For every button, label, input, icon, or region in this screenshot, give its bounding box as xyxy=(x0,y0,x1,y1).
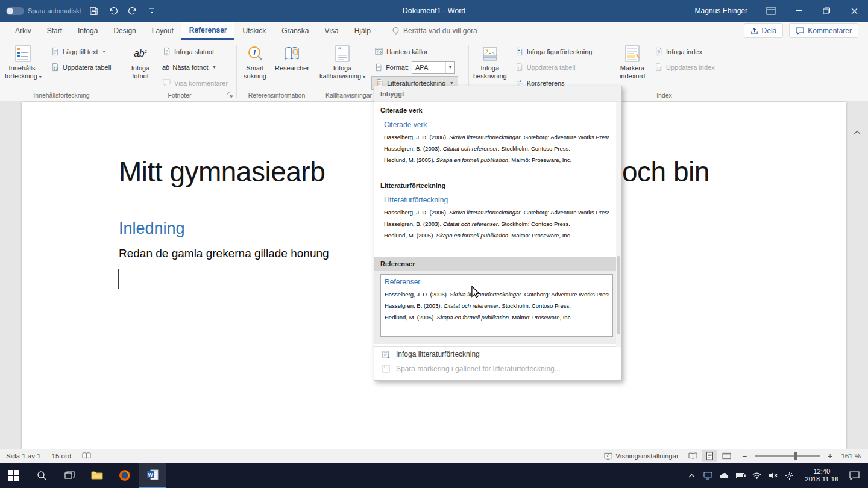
update-table-of-figures-button: Uppdatera tabell xyxy=(512,60,596,74)
web-layout-button[interactable] xyxy=(719,450,734,462)
task-view-button[interactable] xyxy=(55,463,83,488)
update-toc-button[interactable]: Uppdatera tabell xyxy=(48,60,115,74)
insert-footnote-button[interactable]: ab1 Infogafotnot xyxy=(124,42,157,80)
tab-arkiv[interactable]: Arkiv xyxy=(7,22,39,40)
minimize-button[interactable] xyxy=(785,0,813,22)
table-of-figures-icon xyxy=(515,47,524,56)
manage-sources-button[interactable]: Hantera källor xyxy=(371,45,458,58)
tray-chevron-up-icon[interactable] xyxy=(687,470,697,481)
footnote-ab-icon: ab xyxy=(162,64,169,71)
save-selection-icon xyxy=(382,364,391,374)
citation-style-select[interactable]: APA ▾ xyxy=(412,61,455,74)
share-button[interactable]: Dela xyxy=(744,23,784,38)
tray-network-pc-icon[interactable] xyxy=(703,470,714,481)
smart-lookup-button[interactable]: i Smartsökning xyxy=(239,42,271,80)
zoom-out-button[interactable]: − xyxy=(740,451,749,461)
ribbon-display-options-button[interactable] xyxy=(757,0,785,22)
word-count[interactable]: 15 ord xyxy=(52,452,72,460)
redo-button[interactable] xyxy=(126,4,139,17)
scrollbar-thumb[interactable] xyxy=(617,256,620,334)
tab-visa[interactable]: Visa xyxy=(317,22,347,40)
insert-endnote-icon xyxy=(162,47,171,56)
show-notes-button: Visa kommentarer xyxy=(159,76,231,90)
insert-endnote-button[interactable]: Infoga slutnot xyxy=(159,45,231,58)
close-button[interactable] xyxy=(840,0,868,22)
footnote-ab1-icon: ab1 xyxy=(134,45,147,63)
tray-settings-icon[interactable] xyxy=(784,470,795,481)
save-selection-menu-item: Spara markering i galleriet för litterat… xyxy=(374,361,621,376)
tray-battery-icon[interactable] xyxy=(735,470,746,481)
comments-button[interactable]: Kommentarer xyxy=(789,23,858,38)
autosave-switch-icon[interactable] xyxy=(6,7,24,15)
researcher-button[interactable]: Researcher xyxy=(272,42,312,72)
add-text-button[interactable]: Lägg till text xyxy=(48,45,115,58)
display-settings-button[interactable]: Visningsinställningar xyxy=(604,452,679,460)
tab-utskick[interactable]: Utskick xyxy=(234,22,274,40)
start-button[interactable] xyxy=(0,463,28,488)
customize-qat-button[interactable] xyxy=(145,4,159,17)
save-button[interactable] xyxy=(87,4,101,17)
tab-start[interactable]: Start xyxy=(39,22,70,40)
read-mode-button[interactable] xyxy=(685,450,700,462)
gallery-item-citerade-verk[interactable]: Citerade verk Hasselberg, J. D. (2006). … xyxy=(380,117,613,169)
comments-label: Kommentarer xyxy=(808,27,852,35)
restore-button[interactable] xyxy=(813,0,840,22)
footnotes-dialog-launcher[interactable] xyxy=(227,92,233,98)
insert-citation-button[interactable]: “ Infogakällhänvisning xyxy=(317,42,368,81)
gallery-item-referenser[interactable]: Referenser Hasselberg, J. D. (2006). Skr… xyxy=(380,274,613,337)
print-layout-button[interactable] xyxy=(702,450,717,462)
autosave-toggle[interactable]: Spara automatiskt xyxy=(6,7,81,15)
insert-bibliography-menu-item[interactable]: Infoga litteraturförteckning xyxy=(374,347,621,361)
toc-button[interactable]: Innehålls-förteckning xyxy=(2,42,44,81)
reference-line: Hasselberg, J. D. (2006). Skriva littera… xyxy=(385,289,609,300)
insert-table-of-figures-button[interactable]: Infoga figurförteckning xyxy=(512,45,596,58)
display-settings-icon xyxy=(604,452,612,460)
share-icon xyxy=(750,27,758,35)
update-index-icon xyxy=(654,63,663,72)
page-indicator[interactable]: Sida 1 av 1 xyxy=(6,452,41,460)
tell-me-box[interactable]: Berätta vad du vill göra xyxy=(392,27,477,36)
group-label-index: Index xyxy=(616,90,712,101)
tab-granska[interactable]: Granska xyxy=(274,22,316,40)
action-center-icon[interactable] xyxy=(849,470,860,481)
tray-volume-icon[interactable] xyxy=(768,470,779,481)
taskbar-clock[interactable]: 12:40 2018-11-16 xyxy=(800,468,843,483)
comment-icon xyxy=(796,27,804,35)
quick-access-toolbar: Spara automatiskt xyxy=(0,4,159,17)
file-explorer-button[interactable] xyxy=(83,463,111,488)
ribbon-display-icon xyxy=(766,7,776,15)
zoom-in-button[interactable]: + xyxy=(826,451,834,461)
insert-caption-button[interactable]: Infogabeskrivning xyxy=(471,42,509,80)
tab-hjalp[interactable]: Hjälp xyxy=(347,22,379,40)
collapse-ribbon-button[interactable] xyxy=(854,130,861,135)
clock-time: 12:40 xyxy=(805,468,838,475)
word-taskbar-button[interactable]: W xyxy=(139,463,166,488)
task-view-icon xyxy=(64,471,75,480)
signed-in-user[interactable]: Magnus Ehinger xyxy=(695,7,747,15)
zoom-level[interactable]: 161 % xyxy=(840,452,861,460)
mark-entry-button[interactable]: Markeraindexord xyxy=(616,42,649,80)
dropdown-scrollbar[interactable] xyxy=(616,102,621,347)
insert-index-button[interactable]: Infoga index xyxy=(651,45,718,58)
zoom-slider-thumb[interactable] xyxy=(794,452,797,460)
tab-infoga[interactable]: Infoga xyxy=(70,22,105,40)
undo-button[interactable] xyxy=(107,4,120,17)
proofing-status-icon[interactable] xyxy=(82,452,91,460)
reference-line: Hedlund, M. (2005). Skapa en formell pub… xyxy=(385,311,609,323)
tray-wifi-icon[interactable] xyxy=(752,470,763,481)
next-footnote-button[interactable]: ab Nästa fotnot xyxy=(159,60,231,74)
tab-design[interactable]: Design xyxy=(105,22,143,40)
tray-onedrive-icon[interactable] xyxy=(719,470,730,481)
mouse-cursor xyxy=(471,286,480,299)
status-bar: Sida 1 av 1 15 ord Visningsinställningar… xyxy=(0,449,868,463)
save-icon xyxy=(89,7,98,16)
taskbar-search-button[interactable] xyxy=(28,463,55,488)
combo-dropdown-icon[interactable]: ▾ xyxy=(445,62,454,73)
firefox-button[interactable] xyxy=(111,463,139,488)
zoom-slider[interactable] xyxy=(755,455,820,457)
gallery-item-litteraturforteckning[interactable]: Litteraturförteckning Hasselberg, J. D. … xyxy=(380,193,613,244)
tab-referenser[interactable]: Referenser xyxy=(181,22,235,40)
group-referensinformation: i Smartsökning Researcher Referensinform… xyxy=(239,40,315,101)
tab-layout[interactable]: Layout xyxy=(144,22,181,40)
autosave-label: Spara automatiskt xyxy=(28,7,81,14)
